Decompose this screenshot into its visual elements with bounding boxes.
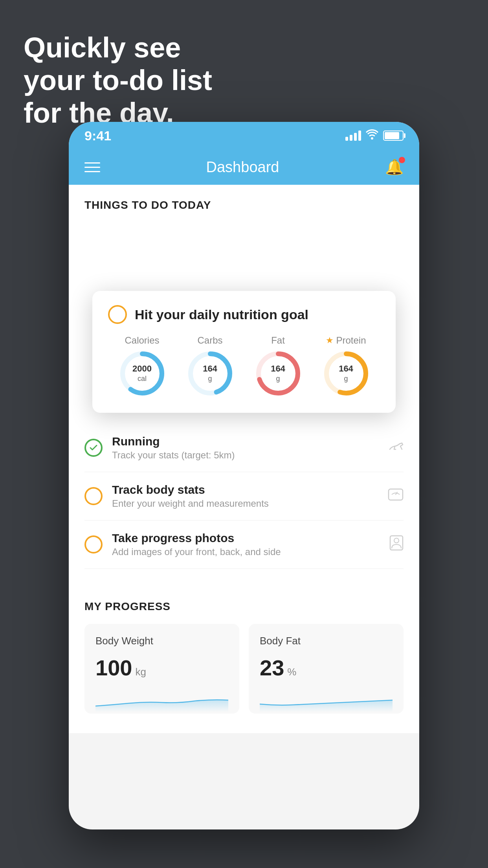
status-bar: 9:41 bbox=[69, 122, 419, 149]
donut-carbs: 164 g bbox=[187, 350, 234, 397]
progress-header: MY PROGRESS bbox=[84, 600, 404, 613]
metric-fat-label: Fat bbox=[271, 335, 285, 346]
todo-circle-running bbox=[84, 439, 103, 457]
donut-calories: 2000 cal bbox=[119, 350, 166, 397]
nutrition-circle bbox=[108, 305, 127, 324]
metric-fat: Fat 164 g bbox=[255, 335, 302, 397]
status-icons bbox=[345, 129, 404, 142]
donut-protein: 164 g bbox=[323, 350, 370, 397]
body-fat-title: Body Fat bbox=[260, 635, 393, 647]
metric-carbs-label: Carbs bbox=[197, 335, 222, 346]
body-fat-number: 23 bbox=[260, 655, 284, 680]
metric-calories: Calories 2000 cal bbox=[119, 335, 166, 397]
running-icon bbox=[388, 440, 404, 456]
todo-circle-photos bbox=[84, 535, 103, 554]
body-weight-unit: kg bbox=[135, 666, 146, 678]
body-weight-title: Body Weight bbox=[95, 635, 228, 647]
headline: Quickly see your to-do list for the day. bbox=[24, 31, 212, 129]
todo-circle-body-stats bbox=[84, 487, 103, 505]
metric-protein-label: ★ Protein bbox=[326, 335, 366, 346]
body-weight-number: 100 bbox=[95, 655, 132, 680]
notification-button[interactable]: 🔔 bbox=[385, 158, 404, 176]
todo-title-body-stats: Track body stats bbox=[112, 483, 378, 497]
todo-list: Running Track your stats (target: 5km) T… bbox=[69, 424, 419, 569]
metric-calories-label: Calories bbox=[125, 335, 159, 346]
body-fat-value: 23 % bbox=[260, 655, 393, 680]
notification-badge bbox=[399, 157, 405, 163]
todo-title-running: Running bbox=[112, 435, 378, 448]
nutrition-title-row: Hit your daily nutrition goal bbox=[108, 305, 380, 324]
todo-subtitle-running: Track your stats (target: 5km) bbox=[112, 450, 378, 461]
body-weight-card[interactable]: Body Weight 100 kg bbox=[84, 624, 239, 714]
star-icon: ★ bbox=[326, 335, 334, 346]
todo-item-running[interactable]: Running Track your stats (target: 5km) bbox=[84, 424, 404, 472]
todo-title-photos: Take progress photos bbox=[112, 531, 380, 545]
scale-icon bbox=[388, 487, 404, 505]
svg-point-3 bbox=[394, 538, 399, 543]
menu-button[interactable] bbox=[84, 162, 100, 172]
things-to-do-header: THINGS TO DO TODAY bbox=[69, 185, 419, 219]
content-area: THINGS TO DO TODAY Running Track your st… bbox=[69, 185, 419, 733]
todo-item-body-stats[interactable]: Track body stats Enter your weight and m… bbox=[84, 472, 404, 520]
body-weight-value: 100 kg bbox=[95, 655, 228, 680]
metric-protein: ★ Protein 164 g bbox=[323, 335, 370, 397]
metric-carbs: Carbs 164 g bbox=[187, 335, 234, 397]
signal-icon bbox=[345, 131, 361, 141]
headline-line1: Quickly see bbox=[24, 31, 212, 64]
todo-text-running: Running Track your stats (target: 5km) bbox=[112, 435, 378, 461]
body-fat-unit: % bbox=[287, 666, 296, 678]
battery-icon bbox=[383, 131, 404, 141]
body-fat-card[interactable]: Body Fat 23 % bbox=[249, 624, 404, 714]
nav-bar: Dashboard 🔔 bbox=[69, 149, 419, 185]
status-time: 9:41 bbox=[84, 128, 111, 143]
todo-text-photos: Take progress photos Add images of your … bbox=[112, 531, 380, 557]
headline-line2: your to-do list bbox=[24, 64, 212, 97]
progress-cards: Body Weight 100 kg bbox=[84, 624, 404, 714]
todo-text-body-stats: Track body stats Enter your weight and m… bbox=[112, 483, 378, 509]
progress-section: MY PROGRESS Body Weight 100 kg bbox=[69, 585, 419, 733]
wifi-icon bbox=[366, 129, 378, 142]
todo-subtitle-body-stats: Enter your weight and measurements bbox=[112, 498, 378, 509]
todo-subtitle-photos: Add images of your front, back, and side bbox=[112, 546, 380, 557]
body-fat-sparkline bbox=[260, 688, 393, 712]
nutrition-metrics: Calories 2000 cal Carbs bbox=[108, 335, 380, 397]
todo-item-photos[interactable]: Take progress photos Add images of your … bbox=[84, 520, 404, 569]
person-icon bbox=[389, 535, 404, 554]
phone-mockup: 9:41 Dashboard 🔔 bbox=[69, 122, 419, 829]
nutrition-card: Hit your daily nutrition goal Calories 2… bbox=[92, 291, 396, 413]
body-weight-sparkline bbox=[95, 688, 228, 712]
nutrition-title: Hit your daily nutrition goal bbox=[135, 307, 308, 322]
nav-title: Dashboard bbox=[206, 159, 279, 176]
donut-fat: 164 g bbox=[255, 350, 302, 397]
